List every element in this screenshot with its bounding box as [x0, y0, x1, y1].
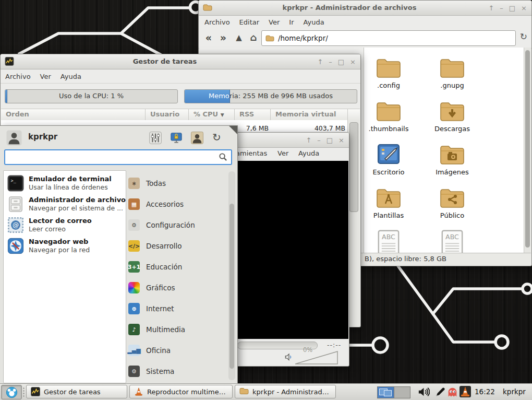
menu-item[interactable]: Archivo — [1, 70, 35, 83]
file-item[interactable]: ABC — [359, 230, 418, 253]
ghost-tray-icon[interactable] — [447, 386, 458, 397]
app-list-item[interactable]: >_ Emulador de terminal Usar la línea de… — [4, 173, 126, 194]
category-item[interactable]: ⚙ Configuración — [128, 215, 227, 236]
category-icon: ⚙ — [128, 366, 140, 377]
shade-icon[interactable]: ↑ — [488, 5, 494, 11]
menu-item[interactable]: Ver — [35, 70, 56, 83]
category-item[interactable]: ♪ Multimedia — [128, 319, 227, 340]
up-icon[interactable]: ▲ — [232, 30, 246, 45]
file-item[interactable]: Escritorio — [359, 143, 418, 176]
maximize-icon[interactable]: □ — [509, 5, 515, 11]
file-icon: ABC — [440, 230, 465, 253]
menu-item[interactable]: Ir — [284, 16, 298, 28]
file-manager-menubar: Archivo Editar Ver Ir Ayuda — [199, 16, 531, 28]
search-input[interactable] — [9, 152, 210, 161]
shade-icon[interactable]: ↑ — [317, 58, 323, 65]
back-icon[interactable]: « — [202, 30, 215, 45]
window-button-label: Reproductor multimedi... — [147, 388, 228, 396]
shade-icon[interactable]: ↑ — [306, 137, 311, 144]
workspace-2[interactable] — [394, 387, 410, 398]
close-icon[interactable]: × — [350, 58, 356, 65]
file-item[interactable]: Descargas — [423, 100, 481, 133]
file-item[interactable]: .gnupg — [423, 56, 481, 89]
category-item[interactable]: ▦ Accesorios — [128, 194, 227, 215]
taskbar-window-button[interactable]: Gestor de tareas — [26, 385, 127, 398]
task-manager-titlebar[interactable]: Gestor de tareas ↑ – □ × — [1, 54, 360, 69]
maximize-icon[interactable]: □ — [327, 137, 333, 144]
taskbar-window-button[interactable]: Reproductor multimedi... — [129, 385, 233, 398]
panel-grip[interactable] — [22, 387, 25, 397]
workspace-1-active[interactable] — [378, 387, 394, 398]
settings-icon[interactable] — [149, 132, 162, 144]
menu-item[interactable]: Editar — [235, 16, 264, 28]
category-label: Internet — [146, 304, 174, 313]
app-list-item[interactable]: @ Lector de correo Leer correo — [4, 215, 126, 236]
close-icon[interactable]: × — [338, 137, 344, 144]
applications-menu-button[interactable] — [1, 385, 22, 399]
menu-item-clipped[interactable]: amientas — [236, 149, 267, 157]
column-header-orden[interactable]: Orden — [1, 109, 146, 121]
maximize-icon[interactable]: □ — [338, 58, 344, 65]
app-list-item[interactable]: Administrador de archivos Navegar por el… — [4, 194, 126, 215]
file-manager-titlebar[interactable]: kprkpr - Administrador de archivos ↑ – □… — [199, 1, 531, 16]
category-item[interactable]: ⚙ Sistema — [128, 361, 227, 382]
column-header-memoria-virtual[interactable]: Memoria virtual — [271, 109, 348, 121]
stylus-tray-icon[interactable] — [435, 386, 446, 397]
category-item[interactable]: 3+1 Educación — [128, 256, 227, 277]
category-item[interactable]: ⊕ Internet — [128, 298, 227, 319]
category-item[interactable]: </> Desarrollo — [128, 236, 227, 256]
volume-slider[interactable] — [294, 350, 339, 365]
file-item[interactable]: .thumbnails — [359, 100, 418, 133]
menu-item[interactable]: Archivo — [200, 16, 235, 28]
home-icon[interactable]: ⌂ — [247, 30, 260, 45]
speaker-icon[interactable] — [284, 352, 293, 361]
scrollbar-thumb[interactable] — [229, 204, 234, 369]
file-item[interactable]: .config — [359, 56, 418, 89]
file-icon — [376, 100, 401, 123]
media-player-menubar: amientas Ver Ayuda — [235, 147, 349, 161]
category-item[interactable]: Gráficos — [128, 277, 227, 298]
minimize-icon[interactable]: – — [317, 137, 321, 144]
volume-tray-icon[interactable] — [417, 386, 430, 398]
menu-corner-grip — [229, 126, 237, 134]
time-display: --:-- — [327, 341, 341, 349]
category-icon: </> — [128, 240, 140, 252]
distro-logo-icon — [6, 386, 18, 398]
file-item[interactable]: Plantillas — [359, 186, 418, 219]
workspace-pager[interactable] — [377, 386, 410, 398]
minimize-icon[interactable]: – — [500, 5, 503, 11]
reload-icon[interactable]: ↻ — [520, 31, 527, 42]
menu-item[interactable]: Ayuda — [298, 149, 319, 157]
column-header-usuario[interactable]: Usuario — [146, 109, 189, 121]
app-list-item[interactable]: Navegador web Navegar por la red — [4, 236, 126, 256]
file-item[interactable]: ABC — [423, 230, 481, 253]
search-box[interactable] — [4, 149, 232, 165]
forward-icon[interactable]: » — [216, 30, 230, 45]
taskbar-window-button[interactable]: kprkpr - Administrador ... — [235, 385, 336, 398]
scrollbar-thumb[interactable] — [349, 122, 358, 212]
file-item[interactable]: Público — [423, 186, 481, 219]
category-item[interactable]: ∗ Todas — [128, 173, 227, 194]
file-manager-scrollbar[interactable] — [524, 48, 531, 253]
svg-text:@: @ — [13, 221, 19, 229]
category-item[interactable]: ▂▄▆ Oficina — [128, 340, 227, 361]
media-player-tray-icon[interactable] — [460, 386, 471, 397]
memory-bar-fill: Memoria: 255 MB de 996 MB usados — [185, 90, 230, 103]
categories-scrollbar[interactable] — [228, 171, 235, 380]
column-header-cpu[interactable]: % CPU ▼ — [189, 109, 235, 121]
lock-screen-icon[interactable] — [170, 132, 183, 144]
menu-item[interactable]: Ver — [264, 16, 284, 28]
switch-user-icon[interactable] — [191, 132, 203, 144]
menu-item[interactable]: Ayuda — [299, 16, 329, 28]
path-bar[interactable]: /home/kprkpr/ — [261, 30, 516, 46]
media-player-titlebar[interactable]: ↑ – □ × — [235, 133, 349, 148]
minimize-icon[interactable]: – — [329, 58, 332, 65]
column-header-rss[interactable]: RSS — [235, 109, 271, 121]
logout-icon[interactable]: ↻ — [212, 131, 221, 144]
close-icon[interactable]: × — [521, 5, 527, 11]
scrollbar-thumb[interactable] — [525, 50, 530, 248]
file-item[interactable]: Imágenes — [423, 143, 481, 176]
menu-item[interactable]: Ayuda — [56, 70, 86, 83]
category-label: Educación — [146, 263, 182, 271]
menu-item[interactable]: Ver — [277, 149, 288, 157]
